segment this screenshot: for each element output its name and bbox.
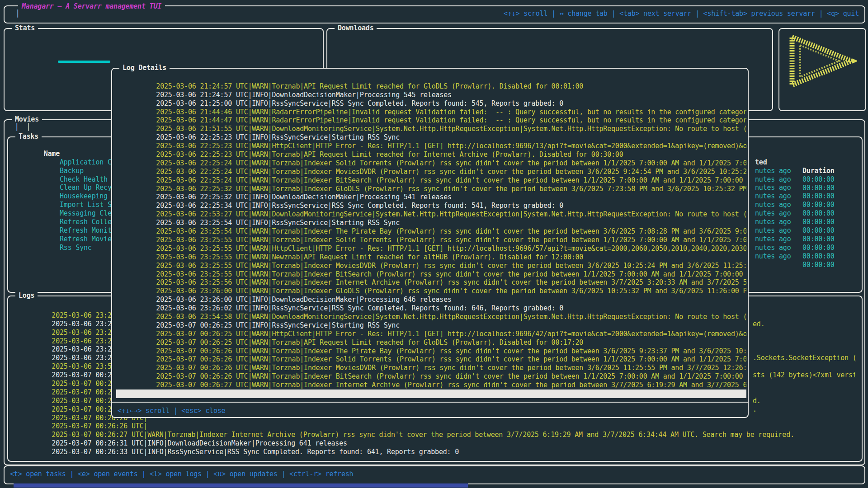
footer-keybinds: <t> open tasks | <e> open events | <l> o… [10,466,353,482]
header-keybinds: <↑↓> scroll | ↔ change tab | <tab> next … [504,6,859,21]
log-row-tail: .Sockets.SocketException ( [753,354,857,362]
modal-keybinds: <↑↓←→> scroll | <esc> close [118,405,225,417]
log-detail-line[interactable]: 2025-03-07 00:26:25 UTC|WARN|HttpClient|… [116,321,746,330]
log-details-title: Log Details [119,64,170,72]
downloads-panel-title: Downloads [335,24,377,32]
stats-panel-title: Stats [12,24,38,32]
log-details-modal: Log Details 2025-03-06 21:24:57 UTC|WARN… [111,68,749,418]
managarr-tui-screen: Managarr — A Servarr management TUI <↑↓>… [0,0,868,488]
log-detail-line[interactable]: 2025-03-06 23:25:55 UTC|WARN|Torznab|Ind… [116,253,746,262]
log-detail-line[interactable]: 2025-03-06 21:51:55 UTC|WARN|DownloadMon… [116,116,746,125]
log-detail-line[interactable]: 2025-03-06 21:44:47 UTC|WARN|RadarrError… [116,108,746,117]
log-detail-line[interactable]: 2025-03-06 23:25:54 UTC|WARN|Torznab|Ind… [116,219,746,227]
log-detail-line[interactable]: 2025-03-06 23:25:55 UTC|WARN|Torznab|Ind… [116,262,746,270]
log-row-tail: sts (142 bytes)<?xml versi [753,371,857,380]
log-row-tail: . [753,405,757,414]
disk-usage-gauge [58,61,110,63]
log-detail-line[interactable]: 2025-03-06 21:44:46 UTC|WARN|RadarrError… [116,99,746,108]
task-duration: 00:00:00 [802,244,835,252]
movies-panel-title: Movies [12,115,42,123]
log-detail-line[interactable]: 2025-03-06 23:25:55 UTC|WARN|Torznab|Ind… [116,227,746,236]
servarr-tab[interactable] [10,6,22,21]
task-duration: 00:00:00 [802,252,835,261]
log-detail-line[interactable]: 2025-03-06 21:25:00 UTC|INFO|RssSyncServ… [116,91,746,99]
logo-art-panel [778,28,866,111]
log-row[interactable]: 2025-03-07 00:26:27 UTC|WARN|Torznab|Ind… [12,422,860,431]
log-detail-line[interactable]: 2025-03-06 23:26:00 UTC|INFO|DownloadDec… [116,287,746,296]
log-detail-line[interactable]: 2025-03-07 00:26:27 UTC|WARN|Torznab|Ind… [116,372,746,381]
modal-footer-divider [112,402,748,403]
log-row[interactable]: 2025-03-07 00:26:31 UTC|INFO|DownloadDec… [12,431,860,439]
task-duration: 00:00:00 [802,261,835,269]
log-detail-line[interactable]: 2025-03-06 22:25:34 UTC|INFO|RssSyncServ… [116,193,746,202]
log-detail-line[interactable]: 2025-03-06 22:53:27 UTC|WARN|DownloadMon… [116,202,746,210]
stats-row [8,33,321,41]
log-detail-line[interactable]: 2025-03-06 23:25:56 UTC|WARN|Torznab|Ind… [116,270,746,278]
log-row-text: 2025-03-07 00:26:33 UTC|INFO|RssSyncServ… [52,448,459,456]
stats-row [8,50,321,58]
log-detail-line[interactable]: 2025-03-06 23:54:58 UTC|WARN|DownloadMon… [116,304,746,313]
log-detail-line[interactable]: 2025-03-07 00:26:25 UTC|WARN|Torznab|API… [116,330,746,338]
log-row-tail: ed. [753,320,765,328]
log-detail-line[interactable]: 2025-03-06 22:25:23 UTC|INFO|RssSyncServ… [116,125,746,133]
log-detail-line[interactable]: 2025-03-07 00:26:26 UTC|WARN|Torznab|Ind… [116,347,746,356]
log-detail-line[interactable]: 2025-03-06 22:25:24 UTC|WARN|Torznab|Ind… [116,150,746,159]
log-detail-line[interactable]: 2025-03-06 23:26:02 UTC|INFO|RssSyncServ… [116,296,746,304]
footer-panel: <t> open tasks | <e> open events | <l> o… [4,465,865,484]
logs-panel-title: Logs [15,291,38,300]
task-last-executed: nutes ago [755,252,791,261]
log-detail-line[interactable]: 2025-03-06 22:25:32 UTC|INFO|DownloadDec… [116,185,746,193]
log-detail-line[interactable]: 2025-03-06 21:24:57 UTC|INFO|DownloadDec… [116,82,746,91]
task-name: Rss Sync [60,244,92,252]
header-panel: Managarr — A Servarr management TUI <↑↓>… [4,5,865,23]
task-last-executed: nutes ago [755,244,791,252]
taskbar-strip [14,483,468,488]
log-detail-line[interactable]: 2025-03-06 21:24:57 UTC|WARN|Torznab|API… [116,74,746,82]
log-detail-line[interactable]: 2025-03-06 22:25:23 UTC|WARN|HttpClient|… [116,133,746,142]
log-details-lines: 2025-03-06 21:24:57 UTC|WARN|Torznab|API… [116,74,746,398]
log-detail-line[interactable]: 2025-03-07 00:26:26 UTC|WARN|Torznab|Ind… [116,364,746,372]
log-detail-line[interactable]: 2025-03-06 22:25:32 UTC|WARN|Torznab|Ind… [116,176,746,185]
play-triangle-icon [786,32,857,90]
log-detail-line[interactable]: 2025-03-06 23:26:00 UTC|WARN|Torznab|Ind… [116,278,746,287]
servarr-tabs [10,6,25,21]
log-detail-line[interactable]: 2025-03-07 00:26:26 UTC|WARN|Torznab|Ind… [116,338,746,347]
log-detail-line[interactable]: 2025-03-07 00:26:26 UTC|WARN|Torznab|Ind… [116,355,746,364]
stats-row [8,41,321,50]
tasks-panel-title: Tasks [15,132,42,141]
log-detail-line[interactable]: 2025-03-06 23:25:55 UTC|WARN|Newznab|API… [116,244,746,253]
movies-tab[interactable] [9,123,21,131]
log-detail-line[interactable]: 2025-03-06 23:25:54 UTC|INFO|RssSyncServ… [116,210,746,219]
log-detail-line[interactable]: 2025-03-06 22:25:23 UTC|WARN|Torznab|API… [116,142,746,150]
log-row[interactable]: 2025-03-07 00:26:33 UTC|INFO|RssSyncServ… [12,439,860,448]
log-detail-line[interactable]: 2025-03-06 22:25:24 UTC|WARN|Torznab|Ind… [116,168,746,176]
movies-tabs [9,123,32,131]
log-detail-line[interactable]: 2025-03-07 00:26:31 UTC|INFO|DownloadDec… [116,381,746,389]
log-detail-line[interactable]: 2025-03-07 00:26:25 UTC|INFO|RssSyncServ… [116,313,746,321]
log-row-tail: d. [753,397,761,405]
log-detail-line[interactable]: 2025-03-06 22:25:24 UTC|WARN|Torznab|Ind… [116,159,746,168]
movies-tab[interactable] [21,123,33,131]
log-detail-line[interactable]: 2025-03-07 00:26:33 UTC|INFO|RssSyncServ… [116,389,746,398]
log-detail-line[interactable]: 2025-03-06 23:25:55 UTC|WARN|HttpClient|… [116,236,746,244]
